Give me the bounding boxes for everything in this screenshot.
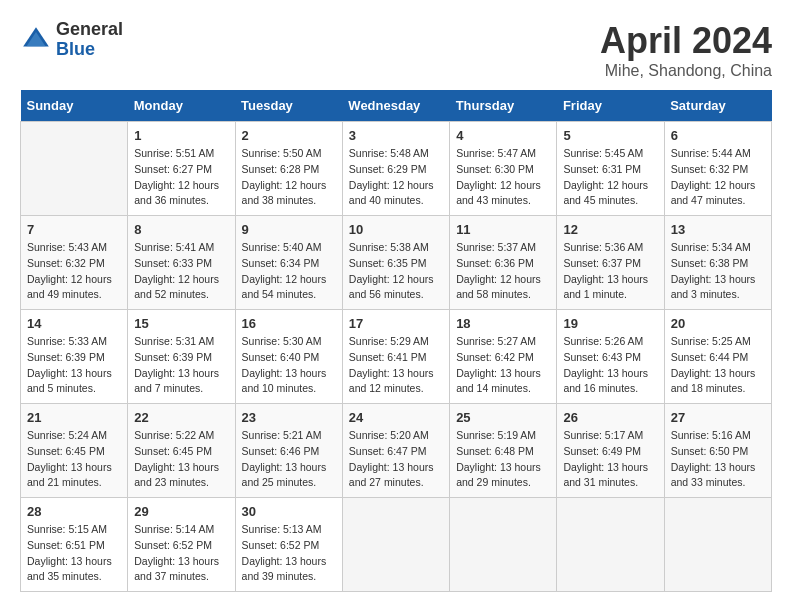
calendar-cell: 10Sunrise: 5:38 AM Sunset: 6:35 PM Dayli… xyxy=(342,216,449,310)
week-row: 28Sunrise: 5:15 AM Sunset: 6:51 PM Dayli… xyxy=(21,498,772,592)
logo-general: General xyxy=(56,20,123,40)
calendar-cell: 6Sunrise: 5:44 AM Sunset: 6:32 PM Daylig… xyxy=(664,122,771,216)
day-number: 23 xyxy=(242,410,336,425)
logo-text: General Blue xyxy=(56,20,123,60)
calendar-cell: 21Sunrise: 5:24 AM Sunset: 6:45 PM Dayli… xyxy=(21,404,128,498)
calendar-cell: 20Sunrise: 5:25 AM Sunset: 6:44 PM Dayli… xyxy=(664,310,771,404)
day-info: Sunrise: 5:38 AM Sunset: 6:35 PM Dayligh… xyxy=(349,240,443,303)
calendar-cell: 4Sunrise: 5:47 AM Sunset: 6:30 PM Daylig… xyxy=(450,122,557,216)
calendar-cell: 23Sunrise: 5:21 AM Sunset: 6:46 PM Dayli… xyxy=(235,404,342,498)
calendar-cell: 29Sunrise: 5:14 AM Sunset: 6:52 PM Dayli… xyxy=(128,498,235,592)
calendar-cell xyxy=(342,498,449,592)
day-info: Sunrise: 5:45 AM Sunset: 6:31 PM Dayligh… xyxy=(563,146,657,209)
day-number: 13 xyxy=(671,222,765,237)
day-number: 11 xyxy=(456,222,550,237)
calendar-cell: 24Sunrise: 5:20 AM Sunset: 6:47 PM Dayli… xyxy=(342,404,449,498)
day-number: 20 xyxy=(671,316,765,331)
calendar-cell: 19Sunrise: 5:26 AM Sunset: 6:43 PM Dayli… xyxy=(557,310,664,404)
calendar-cell: 26Sunrise: 5:17 AM Sunset: 6:49 PM Dayli… xyxy=(557,404,664,498)
calendar-cell: 16Sunrise: 5:30 AM Sunset: 6:40 PM Dayli… xyxy=(235,310,342,404)
calendar-cell: 22Sunrise: 5:22 AM Sunset: 6:45 PM Dayli… xyxy=(128,404,235,498)
day-number: 15 xyxy=(134,316,228,331)
day-info: Sunrise: 5:43 AM Sunset: 6:32 PM Dayligh… xyxy=(27,240,121,303)
day-info: Sunrise: 5:37 AM Sunset: 6:36 PM Dayligh… xyxy=(456,240,550,303)
weekday-header: Thursday xyxy=(450,90,557,122)
day-number: 1 xyxy=(134,128,228,143)
day-number: 16 xyxy=(242,316,336,331)
weekday-header: Saturday xyxy=(664,90,771,122)
weekday-header-row: SundayMondayTuesdayWednesdayThursdayFrid… xyxy=(21,90,772,122)
day-number: 8 xyxy=(134,222,228,237)
week-row: 21Sunrise: 5:24 AM Sunset: 6:45 PM Dayli… xyxy=(21,404,772,498)
day-number: 22 xyxy=(134,410,228,425)
day-info: Sunrise: 5:17 AM Sunset: 6:49 PM Dayligh… xyxy=(563,428,657,491)
day-number: 5 xyxy=(563,128,657,143)
weekday-header: Monday xyxy=(128,90,235,122)
title-section: April 2024 Mihe, Shandong, China xyxy=(600,20,772,80)
day-info: Sunrise: 5:27 AM Sunset: 6:42 PM Dayligh… xyxy=(456,334,550,397)
day-info: Sunrise: 5:41 AM Sunset: 6:33 PM Dayligh… xyxy=(134,240,228,303)
day-info: Sunrise: 5:44 AM Sunset: 6:32 PM Dayligh… xyxy=(671,146,765,209)
day-info: Sunrise: 5:22 AM Sunset: 6:45 PM Dayligh… xyxy=(134,428,228,491)
weekday-header: Sunday xyxy=(21,90,128,122)
calendar-cell: 27Sunrise: 5:16 AM Sunset: 6:50 PM Dayli… xyxy=(664,404,771,498)
calendar-cell: 1Sunrise: 5:51 AM Sunset: 6:27 PM Daylig… xyxy=(128,122,235,216)
day-number: 17 xyxy=(349,316,443,331)
calendar-cell: 25Sunrise: 5:19 AM Sunset: 6:48 PM Dayli… xyxy=(450,404,557,498)
day-info: Sunrise: 5:34 AM Sunset: 6:38 PM Dayligh… xyxy=(671,240,765,303)
calendar-cell: 11Sunrise: 5:37 AM Sunset: 6:36 PM Dayli… xyxy=(450,216,557,310)
main-title: April 2024 xyxy=(600,20,772,62)
day-number: 4 xyxy=(456,128,550,143)
day-info: Sunrise: 5:29 AM Sunset: 6:41 PM Dayligh… xyxy=(349,334,443,397)
day-info: Sunrise: 5:30 AM Sunset: 6:40 PM Dayligh… xyxy=(242,334,336,397)
calendar-cell: 28Sunrise: 5:15 AM Sunset: 6:51 PM Dayli… xyxy=(21,498,128,592)
day-number: 25 xyxy=(456,410,550,425)
day-info: Sunrise: 5:20 AM Sunset: 6:47 PM Dayligh… xyxy=(349,428,443,491)
week-row: 14Sunrise: 5:33 AM Sunset: 6:39 PM Dayli… xyxy=(21,310,772,404)
calendar-cell: 17Sunrise: 5:29 AM Sunset: 6:41 PM Dayli… xyxy=(342,310,449,404)
day-info: Sunrise: 5:48 AM Sunset: 6:29 PM Dayligh… xyxy=(349,146,443,209)
calendar-cell: 18Sunrise: 5:27 AM Sunset: 6:42 PM Dayli… xyxy=(450,310,557,404)
day-info: Sunrise: 5:50 AM Sunset: 6:28 PM Dayligh… xyxy=(242,146,336,209)
weekday-header: Wednesday xyxy=(342,90,449,122)
week-row: 7Sunrise: 5:43 AM Sunset: 6:32 PM Daylig… xyxy=(21,216,772,310)
calendar-cell: 2Sunrise: 5:50 AM Sunset: 6:28 PM Daylig… xyxy=(235,122,342,216)
calendar-cell: 5Sunrise: 5:45 AM Sunset: 6:31 PM Daylig… xyxy=(557,122,664,216)
day-info: Sunrise: 5:25 AM Sunset: 6:44 PM Dayligh… xyxy=(671,334,765,397)
calendar-cell xyxy=(21,122,128,216)
day-info: Sunrise: 5:47 AM Sunset: 6:30 PM Dayligh… xyxy=(456,146,550,209)
calendar-cell xyxy=(450,498,557,592)
day-number: 30 xyxy=(242,504,336,519)
day-info: Sunrise: 5:26 AM Sunset: 6:43 PM Dayligh… xyxy=(563,334,657,397)
day-info: Sunrise: 5:19 AM Sunset: 6:48 PM Dayligh… xyxy=(456,428,550,491)
calendar-cell xyxy=(664,498,771,592)
day-info: Sunrise: 5:51 AM Sunset: 6:27 PM Dayligh… xyxy=(134,146,228,209)
calendar-cell: 14Sunrise: 5:33 AM Sunset: 6:39 PM Dayli… xyxy=(21,310,128,404)
day-info: Sunrise: 5:40 AM Sunset: 6:34 PM Dayligh… xyxy=(242,240,336,303)
calendar-cell: 9Sunrise: 5:40 AM Sunset: 6:34 PM Daylig… xyxy=(235,216,342,310)
week-row: 1Sunrise: 5:51 AM Sunset: 6:27 PM Daylig… xyxy=(21,122,772,216)
calendar-table: SundayMondayTuesdayWednesdayThursdayFrid… xyxy=(20,90,772,592)
day-number: 29 xyxy=(134,504,228,519)
day-info: Sunrise: 5:33 AM Sunset: 6:39 PM Dayligh… xyxy=(27,334,121,397)
day-number: 14 xyxy=(27,316,121,331)
logo: General Blue xyxy=(20,20,123,60)
day-number: 28 xyxy=(27,504,121,519)
calendar-cell xyxy=(557,498,664,592)
day-number: 3 xyxy=(349,128,443,143)
page-header: General Blue April 2024 Mihe, Shandong, … xyxy=(20,20,772,80)
day-info: Sunrise: 5:31 AM Sunset: 6:39 PM Dayligh… xyxy=(134,334,228,397)
calendar-cell: 15Sunrise: 5:31 AM Sunset: 6:39 PM Dayli… xyxy=(128,310,235,404)
day-number: 18 xyxy=(456,316,550,331)
day-number: 24 xyxy=(349,410,443,425)
day-number: 12 xyxy=(563,222,657,237)
weekday-header: Tuesday xyxy=(235,90,342,122)
day-number: 27 xyxy=(671,410,765,425)
day-number: 21 xyxy=(27,410,121,425)
logo-icon xyxy=(20,24,52,56)
day-info: Sunrise: 5:15 AM Sunset: 6:51 PM Dayligh… xyxy=(27,522,121,585)
day-info: Sunrise: 5:24 AM Sunset: 6:45 PM Dayligh… xyxy=(27,428,121,491)
day-info: Sunrise: 5:21 AM Sunset: 6:46 PM Dayligh… xyxy=(242,428,336,491)
calendar-cell: 7Sunrise: 5:43 AM Sunset: 6:32 PM Daylig… xyxy=(21,216,128,310)
calendar-cell: 8Sunrise: 5:41 AM Sunset: 6:33 PM Daylig… xyxy=(128,216,235,310)
